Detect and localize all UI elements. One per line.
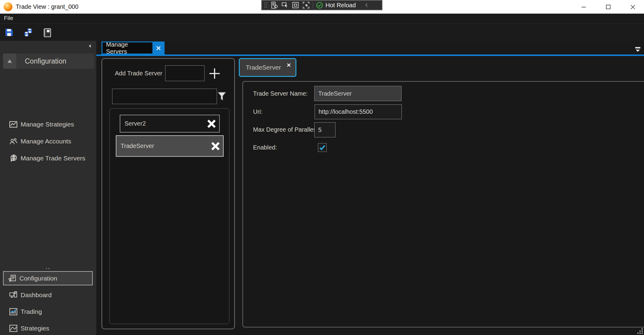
trade-view-window: Trade View : grant_000 xyxy=(0,0,644,335)
server-name: Server2 xyxy=(125,120,204,127)
window-title: Trade View : grant_000 xyxy=(16,3,78,10)
delete-server-button[interactable] xyxy=(208,136,223,156)
maximize-icon xyxy=(605,3,612,11)
save-all-button[interactable] xyxy=(23,27,33,38)
server-list-item[interactable]: Server2 xyxy=(120,115,220,133)
tab-list-icon xyxy=(634,46,642,53)
enabled-label: Enabled: xyxy=(253,144,277,151)
group-expander-button[interactable] xyxy=(3,54,16,69)
enabled-checkbox[interactable] xyxy=(318,143,327,152)
save-all-icon xyxy=(23,28,33,37)
tab-manage-servers-close-button[interactable] xyxy=(152,42,165,54)
brain-network-icon xyxy=(8,153,18,163)
strategy-chart-icon xyxy=(8,324,18,333)
maximize-button[interactable] xyxy=(599,0,618,14)
save-icon xyxy=(4,28,14,37)
hot-reload-indicator[interactable]: Hot Reload xyxy=(316,2,356,9)
toolbar-drag-grip[interactable] xyxy=(264,2,268,9)
chevron-left-icon xyxy=(363,2,370,8)
max-degree-label: Max Degree of Parallesim: xyxy=(253,126,325,133)
checkmark-icon xyxy=(319,144,326,151)
server-name: TradeServer xyxy=(121,143,208,149)
max-degree-input[interactable] xyxy=(314,122,335,137)
server-list: Server2 TradeServer xyxy=(109,108,229,324)
live-visual-tree-button[interactable] xyxy=(270,1,278,9)
sidebar-splitter-grip[interactable] xyxy=(46,268,51,269)
sidebar-item-manage-accounts[interactable]: Manage Accounts xyxy=(0,133,96,149)
select-element-button[interactable] xyxy=(281,1,289,9)
tab-strip-underline xyxy=(96,54,644,56)
sidebar: Configuration Manage Strategies Manage A… xyxy=(0,41,96,335)
tab-manage-servers[interactable]: Manage Servers xyxy=(102,41,165,54)
sidebar-collapse-button[interactable] xyxy=(87,43,93,49)
close-tab-icon xyxy=(286,63,291,67)
menu-file[interactable]: File xyxy=(4,15,13,21)
people-icon xyxy=(8,136,18,146)
delete-server-button[interactable] xyxy=(204,115,219,132)
add-trade-server-button[interactable] xyxy=(208,67,222,80)
layout-adorners-button[interactable] xyxy=(292,1,299,9)
add-trade-server-input[interactable] xyxy=(165,65,205,81)
plus-icon xyxy=(208,67,221,80)
tab-tradeserver-close-button[interactable] xyxy=(285,61,292,69)
sidebar-item-strategies[interactable]: Strategies xyxy=(0,322,96,335)
filter-button[interactable] xyxy=(216,90,227,103)
main-toolbar xyxy=(0,24,644,41)
toolbar-collapse-button[interactable] xyxy=(363,1,371,9)
tab-tradeserver-label: TradeServer xyxy=(246,64,281,71)
settings-doc-icon xyxy=(7,274,17,283)
sidebar-item-label: Configuration xyxy=(19,275,57,282)
close-tab-icon xyxy=(155,45,162,51)
uri-input[interactable] xyxy=(315,104,402,119)
sidebar-item-manage-trade-servers[interactable]: Manage Trade Servers xyxy=(0,150,96,166)
close-button[interactable] xyxy=(623,0,642,14)
add-trade-server-label: Add Trade Server xyxy=(115,70,162,77)
save-button[interactable] xyxy=(4,27,14,38)
app-logo-icon xyxy=(4,2,12,11)
track-focused-element-button[interactable] xyxy=(302,1,310,9)
filter-servers-input[interactable] xyxy=(112,89,217,104)
toggle-layout-button[interactable] xyxy=(42,27,52,38)
chart-icon xyxy=(8,120,18,129)
debug-toolbar: Hot Reload xyxy=(261,0,382,10)
uri-label: Uri: xyxy=(253,108,262,115)
delete-x-icon xyxy=(206,118,217,129)
minimize-button[interactable] xyxy=(574,0,593,14)
server-management-panel: Add Trade Server Server2 Trad xyxy=(102,58,235,329)
sidebar-item-label: Manage Strategies xyxy=(21,121,74,128)
track-focused-element-icon xyxy=(302,1,310,9)
server-list-item-selected[interactable]: TradeServer xyxy=(116,135,224,157)
tab-list-dropdown-button[interactable] xyxy=(634,46,642,54)
filter-funnel-icon xyxy=(217,91,227,102)
hot-reload-label: Hot Reload xyxy=(325,2,356,9)
sidebar-item-manage-strategies[interactable]: Manage Strategies xyxy=(0,117,96,132)
sidebar-item-dashboard[interactable]: Dashboard xyxy=(0,288,96,302)
sidebar-item-configuration[interactable]: Configuration xyxy=(3,271,93,285)
sidebar-item-label: Dashboard xyxy=(21,291,52,299)
minimize-icon xyxy=(580,3,587,11)
collapse-left-icon xyxy=(88,44,92,48)
delete-x-icon xyxy=(210,141,221,152)
select-element-icon xyxy=(281,1,289,9)
sidebar-item-label: Manage Trade Servers xyxy=(21,155,85,162)
layout-adorners-icon xyxy=(292,1,299,9)
menubar: File xyxy=(0,14,644,24)
trading-chart-icon xyxy=(8,307,18,317)
sidebar-item-trading[interactable]: Trading xyxy=(0,305,96,318)
content-area: Manage Servers Add Trade Server xyxy=(96,41,644,335)
sidebar-item-label: Trading xyxy=(21,308,42,315)
sidebar-group-configuration[interactable]: Configuration xyxy=(3,54,94,69)
trade-server-name-label: Trade Server Name: xyxy=(253,90,308,97)
trade-server-name-input[interactable] xyxy=(314,86,402,101)
notebook-layout-icon xyxy=(42,28,52,37)
hot-reload-check-icon xyxy=(316,2,323,9)
sidebar-item-label: Strategies xyxy=(21,325,49,332)
toolbar-separator xyxy=(313,2,313,8)
triangle-up-icon xyxy=(6,58,13,64)
tab-tradeserver-detail[interactable]: TradeServer xyxy=(239,58,296,77)
window-resize-grip[interactable] xyxy=(637,328,643,334)
close-icon xyxy=(629,3,636,11)
tab-manage-servers-label: Manage Servers xyxy=(102,42,152,54)
group-header-label: Configuration xyxy=(25,57,66,65)
monitor-icon xyxy=(8,290,18,300)
